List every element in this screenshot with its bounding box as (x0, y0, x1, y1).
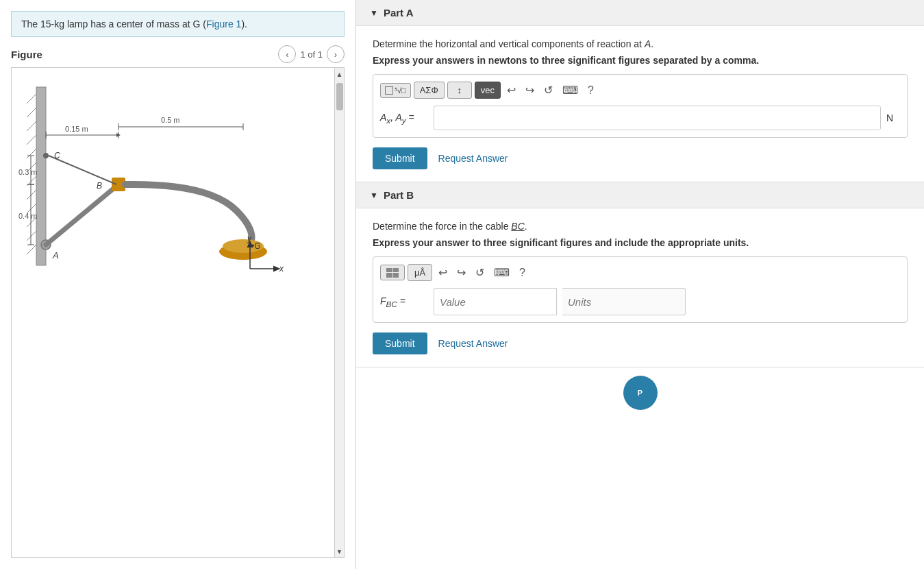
right-panel: ▼ Part A Determine the horizontal and ve… (356, 0, 924, 569)
help-button-b[interactable]: ? (516, 265, 529, 280)
part-a-collapse-arrow[interactable]: ▼ (370, 8, 378, 18)
redo-button-a[interactable]: ↪ (522, 82, 538, 98)
part-b-content: Determine the force in the cable BC. Exp… (356, 208, 924, 367)
part-a-title: Part A (384, 7, 414, 19)
refresh-button-a[interactable]: ↺ (540, 82, 556, 98)
nav-label: 1 of 1 (300, 49, 323, 60)
refresh-button-b[interactable]: ↺ (472, 265, 488, 280)
svg-text:0.4 m: 0.4 m (18, 212, 38, 220)
part-a-section: ▼ Part A Determine the horizontal and ve… (356, 0, 924, 182)
scroll-up-arrow[interactable]: ▲ (335, 68, 345, 80)
figure-svg: A B C •G (17, 73, 332, 286)
svg-line-5 (27, 149, 36, 158)
figure-section: Figure ‹ 1 of 1 › (11, 45, 345, 558)
svg-line-4 (27, 135, 36, 145)
svg-line-11 (27, 231, 36, 241)
part-b-header: ▼ Part B (356, 182, 924, 208)
part-a-instruction: Determine the horizontal and vertical co… (373, 38, 908, 49)
part-b-request-link[interactable]: Request Answer (438, 338, 508, 349)
next-figure-button[interactable]: › (327, 45, 345, 63)
part-b-submit-button[interactable]: Submit (373, 332, 427, 354)
part-b-value-input[interactable] (434, 288, 557, 315)
greek-button-a[interactable]: ΑΣΦ (414, 82, 445, 99)
point-a-label: A (645, 38, 651, 49)
svg-line-2 (27, 108, 36, 117)
pearson-area: P (356, 367, 924, 418)
problem-statement: The 15-kg lamp has a center of mass at G… (11, 11, 345, 37)
part-b-input-box: μÅ ↩ ↪ ↺ ⌨ ? FBC = (373, 256, 908, 323)
svg-text:0.15 m: 0.15 m (65, 125, 88, 133)
part-a-content: Determine the horizontal and vertical co… (356, 26, 924, 182)
problem-text: The 15-kg lamp has a center of mass at G… (21, 19, 206, 29)
figure-canvas: A B C •G (11, 67, 345, 558)
svg-line-1 (27, 94, 36, 104)
part-b-answer-label: FBC = (380, 295, 428, 308)
undo-button-a[interactable]: ↩ (503, 82, 519, 98)
part-a-sub-instruction: Express your answers in newtons to three… (373, 55, 908, 66)
part-b-section: ▼ Part B Determine the force in the cabl… (356, 182, 924, 367)
svg-text:A: A (52, 250, 59, 261)
part-a-toolbar: ⁵√□ ΑΣΦ ↕ vec ↩ ↪ ↺ ⌨ ? (380, 82, 900, 99)
part-b-sub-instruction: Express your answer to three significant… (373, 237, 908, 248)
part-a-request-link[interactable]: Request Answer (438, 153, 508, 164)
svg-rect-0 (36, 87, 46, 265)
svg-line-15 (46, 184, 118, 245)
part-a-submit-button[interactable]: Submit (373, 147, 427, 169)
svg-text:•G: •G (251, 241, 261, 251)
part-b-title: Part B (384, 189, 414, 201)
figure-link[interactable]: Figure 1 (206, 19, 241, 29)
part-b-instruction: Determine the force in the cable BC. (373, 221, 908, 232)
part-a-input-box: ⁵√□ ΑΣΦ ↕ vec ↩ ↪ ↺ ⌨ ? Ax, Ay = N (373, 74, 908, 138)
svg-point-18 (43, 153, 49, 158)
part-b-collapse-arrow[interactable]: ▼ (370, 191, 378, 200)
help-button-a[interactable]: ? (584, 83, 597, 98)
part-b-action-row: Submit Request Answer (373, 332, 908, 354)
part-a-unit: N (886, 112, 900, 123)
svg-line-3 (27, 121, 36, 131)
svg-text:x: x (279, 264, 284, 274)
figure-header: Figure ‹ 1 of 1 › (11, 45, 345, 63)
matrix-button-b[interactable] (380, 265, 405, 280)
part-a-answer-row: Ax, Ay = N (380, 106, 900, 130)
part-a-answer-input[interactable] (434, 106, 881, 130)
svg-line-12 (27, 245, 36, 254)
part-a-action-row: Submit Request Answer (373, 147, 908, 169)
keyboard-button-b[interactable]: ⌨ (490, 265, 513, 280)
part-b-units-input[interactable] (562, 288, 686, 315)
svg-text:0.3 m: 0.3 m (18, 168, 38, 176)
figure-scrollbar[interactable]: ▲ ▼ (334, 68, 344, 557)
svg-text:0.5 m: 0.5 m (161, 116, 180, 124)
undo-button-b[interactable]: ↩ (435, 265, 451, 280)
matrix-button-a[interactable]: ⁵√□ (380, 83, 411, 98)
scroll-thumb[interactable] (336, 83, 343, 110)
part-a-header: ▼ Part A (356, 0, 924, 26)
figure-title: Figure (11, 49, 42, 60)
svg-text:y: y (247, 234, 252, 243)
figure-nav: ‹ 1 of 1 › (278, 45, 345, 63)
svg-text:B: B (97, 181, 102, 191)
scroll-down-arrow[interactable]: ▼ (335, 545, 345, 557)
svg-line-8 (27, 190, 36, 199)
problem-text-end: ). (241, 19, 247, 29)
svg-line-20 (49, 156, 116, 184)
part-b-toolbar: μÅ ↩ ↪ ↺ ⌨ ? (380, 264, 900, 281)
vec-button-a[interactable]: vec (475, 82, 501, 99)
left-panel: The 15-kg lamp has a center of mass at G… (0, 0, 356, 569)
part-a-answer-label: Ax, Ay = (380, 112, 428, 125)
prev-figure-button[interactable]: ‹ (278, 45, 296, 63)
keyboard-button-a[interactable]: ⌨ (559, 82, 582, 98)
greek-button-b[interactable]: μÅ (408, 264, 432, 281)
part-b-answer-row: FBC = (380, 288, 900, 315)
pearson-logo: P (623, 376, 658, 410)
redo-button-b[interactable]: ↪ (453, 265, 469, 280)
arrows-button-a[interactable]: ↕ (447, 82, 472, 99)
